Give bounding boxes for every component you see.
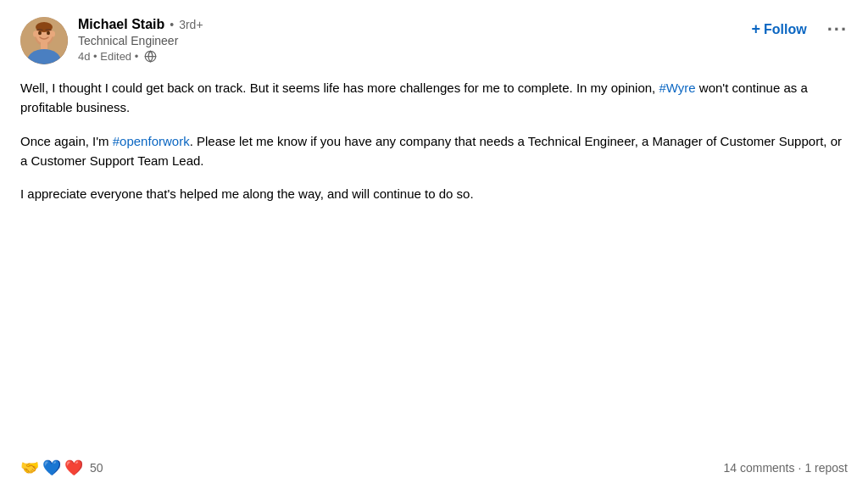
hashtag-wyre[interactable]: #Wyre	[659, 81, 695, 95]
dot-1: •	[170, 18, 174, 31]
svg-point-8	[38, 31, 42, 35]
post-header: Michael Staib • 3rd+ Technical Engineer …	[20, 17, 848, 64]
reposts-count[interactable]: 1 repost	[804, 461, 848, 475]
post-meta: 4d • Edited •	[78, 49, 203, 63]
follow-button[interactable]: + Follow	[744, 17, 813, 42]
svg-point-9	[47, 31, 50, 35]
comments-count[interactable]: 14 comments	[723, 461, 794, 475]
reactions-section[interactable]: 🤝 💙 ❤️ 50	[20, 460, 103, 475]
reaction-count: 50	[90, 461, 103, 475]
post-text-1a: Well, I thought I could get back on trac…	[20, 81, 659, 95]
more-options-button[interactable]: ···	[827, 20, 848, 39]
hashtag-openforwork[interactable]: #openforwork	[113, 134, 190, 148]
svg-point-5	[51, 31, 55, 37]
post-time-edited: 4d • Edited •	[78, 50, 138, 63]
post-card: Michael Staib • 3rd+ Technical Engineer …	[0, 0, 868, 489]
user-name[interactable]: Michael Staib	[78, 17, 164, 32]
user-title: Technical Engineer	[78, 34, 203, 47]
post-paragraph-1: Well, I thought I could get back on trac…	[20, 78, 848, 118]
post-footer: 🤝 💙 ❤️ 50 14 comments · 1 repost	[20, 457, 848, 475]
follow-label: Follow	[764, 22, 807, 37]
follow-plus-icon: +	[751, 20, 760, 38]
post-text-2a: Once again, I'm	[20, 134, 113, 148]
svg-point-3	[36, 22, 53, 32]
post-text-3: I appreciate everyone that's helped me a…	[20, 186, 474, 201]
reaction-emoji-heart-fire: 💙	[42, 460, 61, 475]
globe-icon	[143, 49, 157, 63]
engagement-stats: 14 comments · 1 repost	[723, 461, 848, 475]
post-paragraph-2: Once again, I'm #openforwork. Please let…	[20, 131, 848, 171]
reaction-emoji-heart: ❤️	[64, 460, 83, 475]
header-actions: + Follow ···	[744, 17, 848, 42]
svg-rect-7	[41, 42, 47, 49]
reaction-emoji-wave: 🤝	[20, 460, 39, 475]
svg-point-4	[33, 31, 37, 37]
avatar[interactable]	[20, 17, 68, 64]
user-info-section: Michael Staib • 3rd+ Technical Engineer …	[20, 17, 203, 64]
name-row: Michael Staib • 3rd+	[78, 17, 203, 32]
stats-separator: ·	[798, 461, 802, 475]
post-content: Well, I thought I could get back on trac…	[20, 78, 848, 440]
connection-degree: 3rd+	[179, 18, 203, 31]
user-details: Michael Staib • 3rd+ Technical Engineer …	[78, 17, 203, 63]
post-paragraph-3: I appreciate everyone that's helped me a…	[20, 184, 848, 203]
